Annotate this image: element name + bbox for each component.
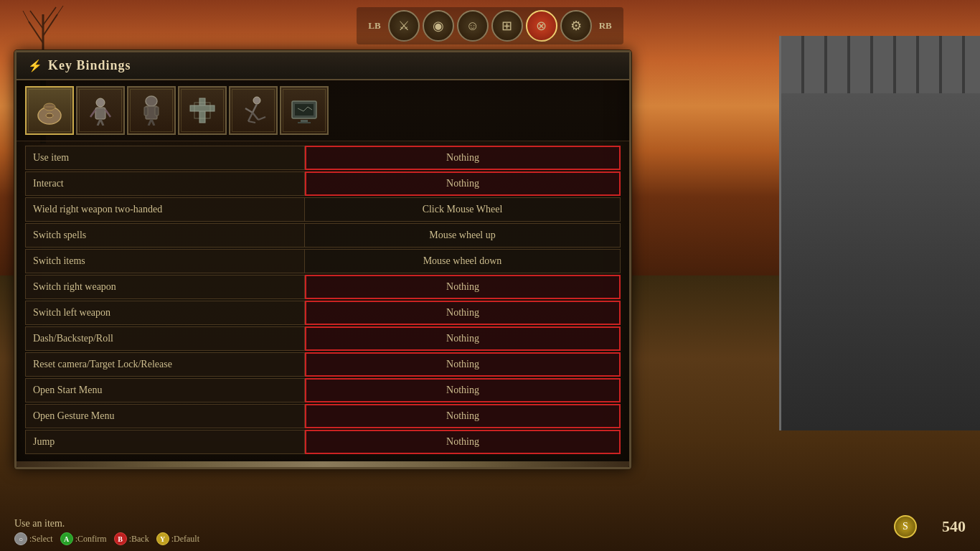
binding-key-value[interactable]: Nothing — [305, 404, 621, 428]
currency-display: S 540 — [894, 515, 966, 538]
svg-line-28 — [245, 108, 253, 113]
svg-line-39 — [308, 107, 312, 110]
binding-action-label: Wield right weapon two-handed — [25, 197, 305, 222]
svg-point-10 — [46, 113, 53, 118]
binding-key-value[interactable]: Nothing — [305, 352, 621, 377]
binding-action-label: Open Start Menu — [25, 378, 305, 402]
bottom-bar: Use an item. ○ :Select A :Confirm B :Bac… — [0, 512, 980, 551]
svg-point-26 — [253, 97, 260, 104]
table-row[interactable]: Switch itemsMouse wheel down — [25, 249, 621, 273]
binding-action-label: Open Gesture Menu — [25, 404, 305, 428]
table-row[interactable]: Switch spellsMouse wheel up — [25, 223, 621, 248]
binding-action-label: Interact — [25, 171, 305, 196]
table-row[interactable]: JumpNothing — [25, 430, 621, 454]
binding-key-value[interactable]: Nothing — [305, 146, 621, 170]
button-hints: ○ :Select A :Confirm B :Back Y :Default — [14, 532, 199, 545]
table-row[interactable]: Dash/Backstep/RollNothing — [25, 326, 621, 351]
confirm-hint-label: :Confirm — [75, 534, 107, 545]
cross-icon — [187, 95, 217, 126]
svg-rect-25 — [194, 103, 210, 118]
sub-navigation — [17, 80, 629, 141]
knight-icon — [136, 95, 166, 126]
table-row[interactable]: Use itemNothing — [25, 146, 621, 170]
ui-overlay: LB ⚔ ◉ ☺ ⊞ ⊗ ⚙ RB ⚡ Key Bindings — [0, 0, 980, 551]
table-row[interactable]: InteractNothing — [25, 171, 621, 196]
svg-line-22 — [151, 119, 154, 126]
binding-key-value[interactable]: Nothing — [305, 430, 621, 454]
table-row[interactable]: Open Gesture MenuNothing — [25, 404, 621, 428]
sub-nav-bag[interactable] — [25, 86, 74, 135]
nav-btn-gear[interactable]: ⚙ — [560, 10, 592, 42]
svg-line-21 — [149, 119, 151, 126]
svg-line-13 — [98, 119, 100, 126]
panel-bottom-decoration — [17, 461, 629, 467]
nav-btn-face[interactable]: ☺ — [457, 10, 489, 42]
default-hint-label: :Default — [171, 534, 199, 545]
top-navigation: LB ⚔ ◉ ☺ ⊞ ⊗ ⚙ RB — [14, 7, 966, 44]
nav-btn-pouch[interactable]: ◉ — [423, 10, 454, 42]
table-row[interactable]: Open Start MenuNothing — [25, 378, 621, 402]
back-hint: B :Back — [114, 532, 149, 545]
binding-key-value[interactable]: Mouse wheel down — [305, 249, 621, 273]
main-panel: ⚡ Key Bindings — [14, 50, 631, 469]
binding-key-value[interactable]: Nothing — [305, 171, 621, 196]
svg-line-15 — [90, 110, 95, 117]
binding-action-label: Reset camera/Target Lock/Release — [25, 352, 305, 377]
svg-rect-12 — [95, 108, 105, 119]
panel-title-bar: ⚡ Key Bindings — [17, 52, 629, 80]
bindings-table: Use itemNothingInteractNothingWield righ… — [17, 141, 629, 458]
svg-line-32 — [258, 117, 265, 120]
title-icon: ⚡ — [28, 59, 42, 72]
currency-amount: 540 — [923, 517, 966, 536]
confirm-button-icon: A — [60, 532, 73, 545]
select-button-icon: ○ — [14, 532, 27, 545]
binding-key-value[interactable]: Click Mouse Wheel — [305, 197, 621, 222]
svg-rect-23 — [199, 98, 205, 123]
svg-line-29 — [248, 113, 253, 121]
binding-action-label: Switch items — [25, 249, 305, 273]
table-row[interactable]: Switch right weaponNothing — [25, 275, 621, 299]
sub-nav-screen[interactable] — [280, 86, 329, 135]
binding-action-label: Switch right weapon — [25, 275, 305, 299]
confirm-hint: A :Confirm — [60, 532, 107, 545]
table-row[interactable]: Switch left weaponNothing — [25, 301, 621, 325]
svg-line-38 — [303, 107, 308, 111]
right-bumper-label: RB — [595, 20, 616, 32]
person-icon — [85, 95, 116, 126]
binding-key-value[interactable]: Nothing — [305, 275, 621, 299]
bottom-info: Use an item. ○ :Select A :Confirm B :Bac… — [14, 518, 199, 545]
sub-nav-run[interactable] — [229, 86, 278, 135]
bag-icon — [34, 95, 65, 126]
svg-line-30 — [248, 121, 255, 123]
select-hint-label: :Select — [29, 534, 53, 545]
svg-rect-20 — [155, 107, 159, 116]
svg-point-8 — [44, 103, 55, 110]
svg-line-37 — [298, 108, 303, 111]
binding-key-value[interactable]: Nothing — [305, 378, 621, 402]
left-bumper-label: LB — [364, 20, 385, 32]
currency-icon: S — [894, 515, 917, 538]
binding-action-label: Switch spells — [25, 223, 305, 248]
sub-nav-cross[interactable] — [178, 86, 227, 135]
nav-btn-sword[interactable]: ⚔ — [388, 10, 420, 42]
svg-line-31 — [253, 113, 258, 120]
table-row[interactable]: Wield right weapon two-handedClick Mouse… — [25, 197, 621, 222]
binding-action-label: Switch left weapon — [25, 301, 305, 325]
sub-nav-person[interactable] — [76, 86, 125, 135]
nav-icon-bar: LB ⚔ ◉ ☺ ⊞ ⊗ ⚙ RB — [357, 7, 623, 44]
nav-btn-armor[interactable]: ⊞ — [491, 10, 523, 42]
binding-key-value[interactable]: Nothing — [305, 301, 621, 325]
panel-title-text: Key Bindings — [48, 58, 131, 73]
binding-key-value[interactable]: Mouse wheel up — [305, 223, 621, 248]
svg-rect-33 — [292, 101, 316, 118]
run-icon — [238, 95, 268, 126]
binding-action-label: Dash/Backstep/Roll — [25, 326, 305, 351]
back-button-icon: B — [114, 532, 127, 545]
back-hint-label: :Back — [129, 534, 149, 545]
sub-nav-knight[interactable] — [127, 86, 176, 135]
binding-key-value[interactable]: Nothing — [305, 326, 621, 351]
table-row[interactable]: Reset camera/Target Lock/ReleaseNothing — [25, 352, 621, 377]
binding-action-label: Jump — [25, 430, 305, 454]
nav-btn-hourglass[interactable]: ⊗ — [526, 10, 557, 42]
svg-line-16 — [105, 110, 110, 117]
